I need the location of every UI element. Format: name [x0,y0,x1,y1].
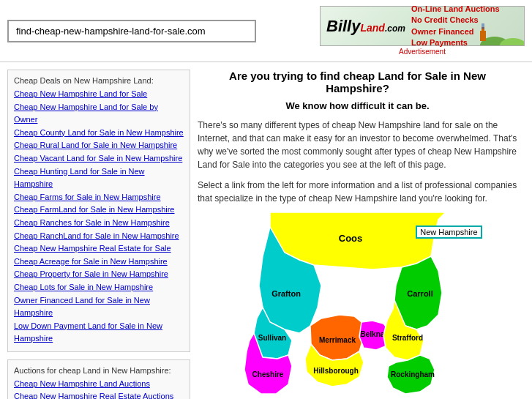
cheap-deal-link-3[interactable]: Cheap Rural Land for Sale in New Hampshi… [14,139,184,152]
cheap-deals-panel: Cheap Deals on New Hampshire Land: Cheap… [7,70,190,352]
cheap-deal-link-6[interactable]: Cheap Farms for Sale in New Hampshire [14,191,184,204]
svg-text:Grafton: Grafton [271,289,301,298]
cheap-deal-link-15[interactable]: Low Down Payment Land for Sale in New Ha… [14,320,184,346]
svg-text:Merrimack: Merrimack [318,336,355,344]
cheap-deal-link-5[interactable]: Cheap Hunting Land for Sale in New Hamps… [14,165,184,191]
auction-link-0[interactable]: Cheap New Hampshire Land Auctions [14,378,184,391]
cheap-deals-title: Cheap Deals on New Hampshire Land: [14,76,184,85]
auction-link-1[interactable]: Cheap New Hampshire Real Estate Auctions [14,390,184,399]
svg-text:Coos: Coos [338,233,362,244]
cheap-deals-links: Cheap New Hampshire Land for SaleCheap N… [14,88,184,346]
svg-text:Sullivan: Sullivan [258,334,285,342]
url-bar[interactable]: find-cheap-new-hampshire-land-for-sale.c… [7,20,256,42]
auctions-panel: Auctions for cheap Land in New Hampshire… [7,359,190,399]
header: find-cheap-new-hampshire-land-for-sale.c… [0,0,532,62]
cheap-deal-link-14[interactable]: Owner Financed Land for Sale in New Hamp… [14,294,184,320]
billyland-logo: BillyLand.com [326,17,405,36]
svg-text:Strafford: Strafford [391,334,422,342]
svg-text:Rockingham: Rockingham [390,370,434,379]
main-text-1: There's so many different types of cheap… [198,119,517,171]
svg-text:Carroll: Carroll [407,289,432,298]
map-container: New Hampshire Coos Grafton Carroll Sulli… [226,212,490,399]
svg-text:Cheshire: Cheshire [252,370,283,379]
cheap-deal-link-9[interactable]: Cheap RanchLand for Sale in New Hampshir… [14,230,184,243]
cheap-deal-link-8[interactable]: Cheap Ranches for Sale in New Hampshire [14,217,184,230]
cheap-deal-link-11[interactable]: Cheap Acreage for Sale in New Hampshire [14,256,184,269]
cheap-deal-link-10[interactable]: Cheap New Hampshire Real Estate for Sale [14,242,184,256]
auctions-links: Cheap New Hampshire Land AuctionsCheap N… [14,378,184,399]
cheap-deal-link-7[interactable]: Cheap FarmLand for Sale in New Hampshire [14,204,184,217]
main-heading: Are you trying to find cheap Land for Sa… [198,70,517,94]
ad-image[interactable]: BillyLand.com On-Line Land Auctions No C… [320,6,525,46]
ad-banner[interactable]: BillyLand.com On-Line Land Auctions No C… [320,6,525,56]
main-text-2: Select a link from the left for more inf… [198,179,517,205]
right-panel: Are you trying to find cheap Land for Sa… [190,70,525,399]
main-layout: Cheap Deals on New Hampshire Land: Cheap… [0,62,532,399]
cheap-deal-link-13[interactable]: Cheap Lots for Sale in New Hampshire [14,281,184,294]
svg-text:Hillsborough: Hillsborough [313,367,359,375]
cheap-deal-link-0[interactable]: Cheap New Hampshire Land for Sale [14,88,184,101]
cheap-deal-link-2[interactable]: Cheap County Land for Sale in New Hampsh… [14,127,184,140]
cheap-deal-link-1[interactable]: Cheap New Hampshire Land for Sale by Own… [14,101,184,127]
ad-label: Advertisement [399,48,446,56]
cheap-deal-link-12[interactable]: Cheap Property for Sale in New Hampshire [14,268,184,281]
svg-rect-4 [482,23,484,29]
nh-label: New Hampshire [416,225,482,239]
cheap-deal-link-4[interactable]: Cheap Vacant Land for Sale in New Hampsh… [14,152,184,165]
svg-rect-2 [480,31,486,41]
sub-heading: We know how difficult it can be. [198,100,517,111]
auctions-title: Auctions for cheap Land in New Hampshire… [14,366,184,375]
nh-map: Coos Grafton Carroll Sullivan Merrimack … [226,212,490,399]
left-panel: Cheap Deals on New Hampshire Land: Cheap… [7,70,190,399]
